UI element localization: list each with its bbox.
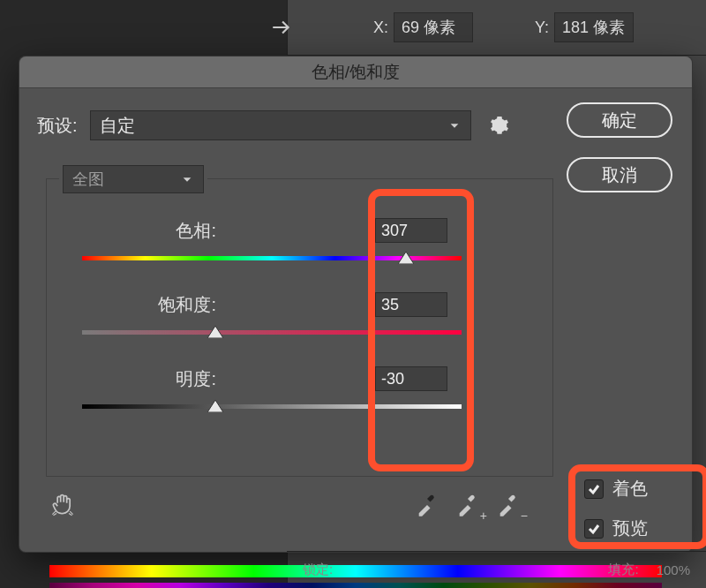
saturation-slider[interactable]	[82, 328, 462, 338]
saturation-label: 饱和度:	[82, 293, 232, 317]
eyedropper-plus-icon	[455, 493, 480, 517]
hue-label: 色相:	[82, 219, 232, 243]
host-bottom-bar: 锁定: 填充: 100%	[287, 551, 706, 588]
lightness-input[interactable]: -30	[375, 366, 447, 391]
chevron-down-icon	[180, 172, 194, 186]
channel-value: 全图	[72, 169, 104, 190]
ok-button[interactable]: 确定	[567, 102, 672, 138]
colorize-checkbox[interactable]: 着色	[584, 477, 648, 501]
x-value-field[interactable]: 69 像素	[394, 12, 473, 42]
adjustment-frame: 全图 色相: 307 饱和度: 35	[46, 178, 553, 477]
channel-select[interactable]: 全图	[63, 165, 204, 193]
plus-icon: +	[480, 509, 487, 523]
fill-value: 100%	[657, 562, 690, 577]
minus-icon: −	[521, 509, 528, 523]
checkbox-icon	[584, 479, 604, 499]
dialog-title: 色相/饱和度	[19, 57, 692, 88]
preview-label: 预览	[612, 516, 648, 540]
y-label: Y:	[535, 19, 549, 37]
preview-checkbox[interactable]: 预览	[584, 516, 648, 540]
y-value-field[interactable]: 181 像素	[554, 12, 634, 42]
hue-saturation-dialog: 色相/饱和度 预设: 自定 确定 取消 全图 色相:	[19, 56, 693, 553]
arrow-right-icon	[269, 15, 294, 40]
eyedropper-minus-icon	[496, 493, 521, 517]
saturation-input[interactable]: 35	[375, 292, 447, 317]
gear-icon	[490, 116, 509, 135]
x-label: X:	[373, 19, 388, 37]
saturation-track	[82, 330, 462, 335]
saturation-thumb[interactable]	[207, 326, 223, 338]
preset-label: 预设:	[37, 114, 78, 138]
host-top-toolbar: X: 69 像素 Y: 181 像素	[287, 0, 706, 56]
eyedropper-subtract-button[interactable]: −	[494, 491, 522, 519]
chevron-down-icon	[447, 118, 462, 132]
checkbox-icon	[584, 519, 604, 539]
preset-value: 自定	[100, 114, 135, 138]
hue-thumb[interactable]	[398, 252, 414, 264]
hue-input[interactable]: 307	[375, 218, 447, 243]
hand-icon	[50, 492, 75, 516]
colorize-label: 着色	[612, 477, 648, 501]
hue-slider[interactable]	[82, 253, 462, 264]
eyedropper-button[interactable]	[413, 491, 441, 519]
eyedropper-add-button[interactable]: +	[454, 491, 482, 519]
lock-label: 锁定:	[303, 562, 333, 578]
lightness-track	[82, 404, 462, 409]
lightness-label: 明度:	[82, 367, 232, 391]
cancel-button[interactable]: 取消	[567, 157, 672, 192]
preset-options-button[interactable]	[487, 113, 512, 138]
lightness-slider[interactable]	[82, 402, 462, 412]
eyedropper-group: + −	[413, 491, 522, 519]
lightness-thumb[interactable]	[207, 400, 223, 412]
fill-label: 填充:	[608, 562, 638, 578]
scrubby-slider-button[interactable]	[48, 489, 78, 519]
eyedropper-icon	[415, 493, 439, 517]
preset-select[interactable]: 自定	[90, 110, 471, 140]
